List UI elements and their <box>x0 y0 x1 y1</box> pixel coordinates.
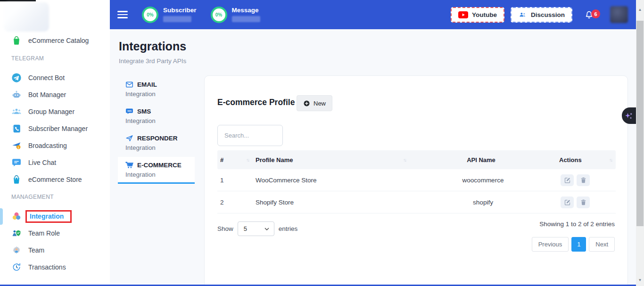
current-page-button[interactable]: 1 <box>571 237 586 252</box>
sidebar-item-label: eCommerce Store <box>28 176 82 183</box>
cell-api-name: shopify <box>410 199 553 206</box>
ecommerce-profile-card: E-commerce Profile New # ↑↓ Profile Name… <box>204 75 628 286</box>
entries-label: entries <box>279 225 298 232</box>
sort-icon[interactable]: ↑↓ <box>403 157 406 163</box>
sidebar-item-ecommerce-catalog[interactable]: eCommerce Catalog <box>0 32 110 49</box>
next-page-button[interactable]: Next <box>589 237 615 252</box>
cell-actions <box>553 196 616 208</box>
subscriber-progress-ring: 0% <box>142 7 158 23</box>
tab-sms-integration[interactable]: SMS SMS Integration <box>118 103 195 130</box>
edit-button[interactable] <box>561 196 574 208</box>
new-profile-button[interactable]: New <box>297 95 332 111</box>
sidebar-item-group-manager[interactable]: Group Manager <box>0 103 110 120</box>
tab-email-integration[interactable]: EMAIL Integration <box>118 76 195 103</box>
message-usage-widget: 0% Message <box>211 7 260 23</box>
shopping-bag-green-icon <box>11 35 22 46</box>
tab-responder-integration[interactable]: RESPONDER Integration <box>118 130 195 157</box>
sidebar-section-management: MANAGEMENT <box>0 192 110 202</box>
sort-icon[interactable]: ↑↓ <box>609 157 612 163</box>
sidebar-item-team[interactable]: Team <box>0 242 110 259</box>
delete-button[interactable] <box>577 196 590 208</box>
edit-pencil-icon <box>564 199 571 206</box>
page-title: Integrations <box>119 40 186 53</box>
sidebar-item-bot-manager[interactable]: Bot Manager <box>0 86 110 103</box>
integration-circles-icon <box>11 211 22 221</box>
table-header-row: # ↑↓ Profile Name ↑↓ API Name Actions ↑↓ <box>217 150 616 169</box>
trash-icon <box>580 199 587 206</box>
sidebar-item-label: eCommerce Catalog <box>28 37 89 44</box>
role-shield-icon <box>11 228 22 238</box>
sidebar-item-transactions[interactable]: Transactions <box>0 259 110 276</box>
sidebar-item-label: Team Role <box>28 229 60 237</box>
user-avatar[interactable] <box>610 6 628 23</box>
col-header-actions[interactable]: Actions ↑↓ <box>553 156 616 163</box>
window-top-line <box>0 0 36 1</box>
cell-actions <box>553 174 616 186</box>
sidebar-item-label: Subscriber Manager <box>28 125 88 132</box>
hamburger-menu-icon[interactable] <box>117 9 128 20</box>
scrollbar-thumb[interactable] <box>636 21 644 226</box>
active-item-indicator <box>0 208 3 225</box>
topbar-right-group: Youtube Discussion 6 <box>451 6 636 23</box>
sidebar-item-ecommerce-store[interactable]: eCommerce Store <box>0 171 110 188</box>
col-header-num[interactable]: # ↑↓ <box>217 156 253 163</box>
shopping-bag-cyan-icon <box>11 174 22 185</box>
notifications-bell[interactable]: 6 <box>584 8 595 21</box>
redacted-subscriber-count <box>163 16 191 22</box>
sidebar-item-label: Live Chat <box>28 159 56 166</box>
sidebar-item-label: Bot Manager <box>28 91 66 98</box>
sidebar: eCommerce Catalog TELEGRAM Connect Bot B… <box>0 0 110 286</box>
edit-button[interactable] <box>561 174 574 186</box>
youtube-icon <box>458 11 468 18</box>
telegram-icon <box>11 73 22 83</box>
col-header-profile-name[interactable]: Profile Name ↑↓ <box>253 156 410 163</box>
sidebar-item-team-role[interactable]: Team Role <box>0 225 110 242</box>
sort-icon[interactable]: ↑↓ <box>246 157 249 163</box>
delete-button[interactable] <box>577 174 590 186</box>
discussion-people-icon <box>518 11 527 19</box>
brand-logo[interactable] <box>4 2 49 32</box>
svg-text:SMS: SMS <box>127 110 132 112</box>
message-stat-label: Message <box>232 7 260 14</box>
sidebar-item-subscriber-manager[interactable]: Subscriber Manager <box>0 120 110 137</box>
sidebar-item-connect-bot[interactable]: Connect Bot <box>0 69 110 86</box>
scroll-up-arrow[interactable]: ▲ <box>636 8 644 12</box>
page-subtitle: Integrate 3rd Party APIs <box>119 57 186 65</box>
sidebar-item-integration[interactable]: Integration <box>0 208 110 225</box>
sidebar-item-label: Connect Bot <box>28 74 65 82</box>
sidebar-item-label: Transactions <box>28 263 66 271</box>
youtube-button[interactable]: Youtube <box>451 7 504 23</box>
plus-circle-icon <box>303 100 310 107</box>
cart-icon <box>125 161 133 169</box>
scroll-down-arrow[interactable]: ▼ <box>636 278 644 282</box>
sidebar-item-broadcasting[interactable]: 1 Broadcasting <box>0 137 110 154</box>
sidebar-telegram-items: Connect Bot Bot Manager Group Manager Su… <box>0 69 110 188</box>
vertical-scrollbar[interactable]: ▲ ▼ <box>636 0 644 286</box>
sidebar-section-telegram: TELEGRAM <box>0 54 110 63</box>
tab-ecommerce-integration[interactable]: E-COMMERCE Integration <box>118 157 195 184</box>
chat-bubble-icon <box>11 157 22 168</box>
robot-icon <box>11 90 22 100</box>
trash-icon <box>580 177 587 184</box>
table-row: 2 Shopify Store shopify <box>217 191 616 213</box>
cell-api-name: woocommerce <box>410 177 553 184</box>
cell-profile-name: WooCommerce Store <box>253 177 410 184</box>
sidebar-item-label: Group Manager <box>28 108 74 115</box>
redacted-message-count <box>232 16 260 22</box>
show-label: Show <box>217 225 233 232</box>
card-title: E-commerce Profile <box>217 98 295 107</box>
sparkles-icon <box>624 111 634 121</box>
ai-assistant-button[interactable] <box>622 107 636 124</box>
app-window: eCommerce Catalog TELEGRAM Connect Bot B… <box>0 0 644 286</box>
discussion-button[interactable]: Discussion <box>511 7 572 23</box>
entries-select[interactable]: 5 <box>238 221 274 236</box>
previous-page-button[interactable]: Previous <box>532 237 569 252</box>
integration-type-menu: EMAIL Integration SMS SMS Integration <box>118 76 195 184</box>
col-header-api-name[interactable]: API Name <box>410 156 553 163</box>
email-icon <box>125 81 133 89</box>
search-input[interactable] <box>217 125 283 146</box>
sidebar-item-live-chat[interactable]: Live Chat <box>0 154 110 171</box>
page-size-control: Show 5 entries <box>217 221 297 236</box>
sms-bubble-icon: SMS <box>125 107 133 115</box>
edit-pencil-icon <box>564 177 571 184</box>
